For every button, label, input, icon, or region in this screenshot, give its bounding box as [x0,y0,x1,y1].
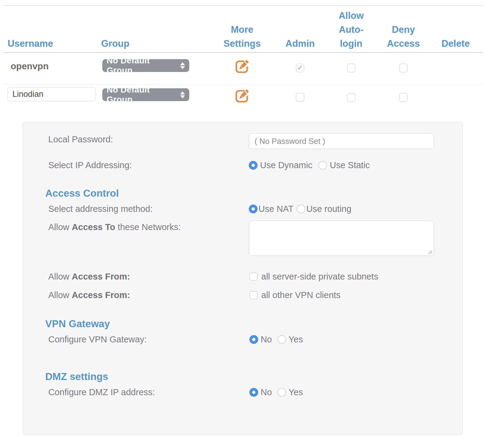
radio-option-use-static[interactable]: Use Static [318,160,370,170]
radio-label: Use routing [306,204,351,214]
dmz-radio-group: No Yes [249,387,303,397]
access-control-heading: Access Control [45,188,119,199]
radio-label: Use NAT [258,204,293,214]
label-part: Allow [48,222,72,232]
configure-dmz-label: Configure DMZ IP address: [48,387,155,397]
label-part: these Networks: [115,222,181,232]
local-password-input[interactable] [249,133,434,149]
allow-autologin-checkbox[interactable]: ✓ [347,93,355,102]
access-from-clients-label: Allow Access From: [48,290,130,300]
vpn-gateway-radio-group: No Yes [249,334,303,344]
radio-label: Yes [289,334,303,344]
col-header-more-settings: More Settings [216,23,268,51]
select-arrows-icon [180,91,185,98]
access-from-clients-checkbox[interactable] [249,291,258,299]
access-from-subnets-checkbox[interactable] [249,273,258,281]
row-separator [3,84,483,84]
radio-icon[interactable] [277,388,286,397]
group-select-value: No Default Group [107,85,177,104]
col-header-admin: Admin [276,37,324,51]
label-part: Allow [48,272,72,281]
access-to-label: Allow Access To these Networks: [48,222,181,232]
edit-pencil-icon [234,58,251,75]
label-part-bold: Access From: [72,290,130,300]
radio-option-use-dynamic[interactable]: Use Dynamic [249,160,312,170]
ip-addressing-label: Select IP Addressing: [48,160,132,170]
allow-autologin-checkbox[interactable]: ✓ [347,63,355,73]
radio-option-yes[interactable]: Yes [277,387,303,397]
radio-option-no[interactable]: No [249,387,272,397]
access-from-subnets-control: all server-side private subnets [249,271,378,282]
col-header-group: Group [101,37,129,51]
radio-icon[interactable] [249,205,258,213]
radio-label: Yes [289,387,303,397]
table-top-border [3,5,483,6]
group-select[interactable]: No Default Group [102,88,189,101]
admin-checkbox[interactable]: ✓ [296,93,304,102]
radio-option-yes[interactable]: Yes [277,334,303,344]
radio-label: Use Dynamic [260,160,312,170]
dmz-settings-heading: DMZ settings [45,371,108,382]
radio-option-use-routing[interactable]: Use routing [296,204,351,214]
access-to-textarea-wrap [249,221,434,256]
col-header-deny-access: Deny Access [379,23,428,51]
admin-checkbox[interactable]: ✓ [296,63,304,73]
label-part: Allow [48,290,72,300]
user-settings-panel: Local Password: Select IP Addressing: Us… [23,122,463,435]
col-header-username: Username [8,37,53,51]
checkbox-label: all other VPN clients [261,290,341,300]
username-input[interactable] [7,87,95,101]
radio-icon[interactable] [249,335,258,344]
radio-icon[interactable] [318,161,327,170]
radio-option-no[interactable]: No [249,334,272,344]
table-header-border [3,52,483,53]
deny-access-checkbox[interactable]: ✓ [399,93,408,102]
check-icon: ✓ [297,64,303,71]
username-text: openvpn [11,61,49,71]
radio-icon[interactable] [277,335,286,344]
access-to-networks-textarea[interactable] [249,221,434,256]
edit-pencil-icon [234,87,251,104]
radio-icon[interactable] [249,161,258,170]
access-from-subnets-label: Allow Access From: [48,271,130,282]
checkbox-label: all server-side private subnets [261,272,378,282]
radio-icon[interactable] [249,388,258,397]
col-header-delete: Delete [431,37,480,51]
radio-option-use-nat[interactable]: Use NAT [249,204,293,214]
label-part-bold: Access From: [72,272,130,281]
deny-access-checkbox[interactable]: ✓ [399,63,408,73]
label-part-bold: Access To [72,222,115,232]
access-from-clients-control: all other VPN clients [249,290,341,300]
local-password-label: Local Password: [48,134,113,144]
more-settings-button[interactable] [234,87,251,104]
select-arrows-icon [180,62,185,69]
radio-label: No [261,387,272,397]
ip-addressing-radio-group: Use Dynamic Use Static [249,160,370,170]
group-select-value: No Default Group [107,56,177,75]
configure-vpn-gateway-label: Configure VPN Gateway: [48,334,147,344]
more-settings-button[interactable] [234,58,251,75]
addressing-method-label: Select addressing method: [48,204,152,214]
vpn-gateway-heading: VPN Gateway [45,318,110,329]
group-select[interactable]: No Default Group [102,59,189,72]
col-header-allow-autologin: Allow Auto- login [327,9,375,51]
radio-label: No [261,334,272,344]
addressing-method-radio-group: Use NAT Use routing [249,204,351,214]
radio-label: Use Static [330,160,370,170]
radio-icon[interactable] [296,205,305,213]
